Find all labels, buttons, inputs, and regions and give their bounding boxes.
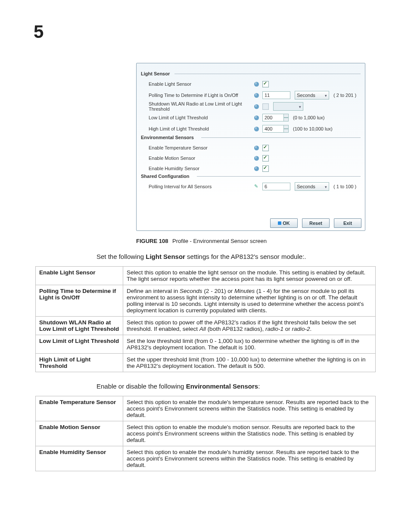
label-enable-motion: Enable Motion Sensor (149, 156, 254, 161)
checkbox-enable-motion[interactable] (262, 155, 269, 162)
env-sensor-table: Enable Temperature SensorSelect this opt… (35, 396, 376, 471)
range-polling-all: ( 1 to 100 ) (333, 184, 356, 189)
desc-cell: Select this option to enable the module'… (123, 446, 376, 471)
info-icon[interactable] (254, 93, 259, 98)
info-icon[interactable] (254, 166, 259, 171)
input-polling-all[interactable]: 6 (262, 183, 290, 190)
figure-text: Profile - Environmental Sensor screen (172, 238, 267, 244)
term-cell: Enable Humidity Sensor (36, 446, 123, 471)
info-icon[interactable] (254, 82, 259, 87)
range-high: (100 to 10,000 lux) (293, 126, 333, 131)
desc-cell: Select this option to enable the light s… (123, 267, 376, 285)
info-icon[interactable] (254, 115, 259, 120)
checkbox-enable-light[interactable] (262, 81, 269, 87)
spinner-high[interactable] (283, 125, 289, 133)
dropdown-unit-light[interactable]: Seconds (295, 91, 329, 100)
section-divider (174, 74, 361, 74)
light-sensor-table: Enable Light SensorSelect this option to… (35, 266, 376, 372)
dropdown-shutdown-radio (273, 102, 303, 111)
label-enable-temp: Enable Temperature Sensor (149, 145, 254, 150)
checkbox-enable-temp[interactable] (262, 145, 269, 151)
pencil-icon[interactable] (254, 184, 259, 189)
label-high-limit: High Limit of Light Threshold (149, 126, 254, 131)
chapter-number: 5 (34, 22, 43, 42)
term-cell: Polling Time to Determine if Light is On… (36, 285, 123, 317)
label-enable-light: Enable Light Sensor (149, 81, 254, 87)
section-title-light: Light Sensor (141, 71, 170, 76)
info-icon[interactable] (254, 127, 259, 131)
table-row: Low Limit of Light ThresholdSet the low … (36, 335, 376, 354)
section-divider (197, 176, 361, 177)
exit-button[interactable]: Exit (334, 218, 361, 228)
intro-text-2: Enable or disable the following Environm… (97, 383, 376, 390)
range-polling-light: ( 2 to 201 ) (333, 93, 356, 98)
section-title-env: Environmental Sensors (141, 135, 194, 140)
term-cell: High Limit of Light Threshold (36, 354, 123, 372)
checkbox-shutdown[interactable] (262, 103, 269, 110)
section-title-shared: Shared Configuration (141, 174, 189, 179)
input-high-limit[interactable]: 400 (262, 125, 284, 133)
table-row: Enable Temperature SensorSelect this opt… (36, 396, 376, 421)
desc-cell: Select this option to enable the module'… (123, 396, 376, 421)
table-row: Enable Motion SensorSelect this option t… (36, 421, 376, 446)
table-row: Shutdown WLAN Radio at Low Limit of Ligh… (36, 317, 376, 335)
label-polling-light: Polling Time to Determine if Light is On… (149, 93, 254, 98)
spinner-low[interactable] (283, 114, 289, 121)
desc-cell: Define an interval in Seconds (2 - 201) … (123, 285, 376, 317)
info-icon[interactable] (254, 146, 259, 150)
desc-cell: Select this option to power off the AP81… (123, 317, 376, 335)
dropdown-unit-shared[interactable]: Seconds (295, 182, 329, 191)
table-row: Polling Time to Determine if Light is On… (36, 285, 376, 317)
figure-caption: FIGURE 108 Profile - Environmental Senso… (136, 238, 376, 244)
term-cell: Enable Motion Sensor (36, 421, 123, 446)
range-low: (0 to 1,000 lux) (293, 115, 324, 120)
label-shutdown: Shutdown WLAN Radio at Low Limit of Ligh… (149, 101, 254, 112)
term-cell: Shutdown WLAN Radio at Low Limit of Ligh… (36, 317, 123, 335)
info-icon[interactable] (254, 104, 259, 109)
desc-cell: Select this option to enable the module'… (123, 421, 376, 446)
label-polling-all: Polling Interval for All Sensors (149, 184, 254, 189)
input-polling-light[interactable]: 11 (262, 91, 290, 99)
desc-cell: Set the low threshold limit (from 0 - 1,… (123, 335, 376, 354)
term-cell: Low Limit of Light Threshold (36, 335, 123, 354)
figure-label: FIGURE 108 (136, 238, 168, 244)
screenshot-panel: Light Sensor Enable Light Sensor Polling… (136, 63, 365, 231)
table-row: Enable Light SensorSelect this option to… (36, 267, 376, 285)
reset-button[interactable]: Reset (302, 218, 330, 228)
desc-cell: Set the upper threshold limit (from 100 … (123, 354, 376, 372)
label-low-limit: Low Limit of Light Threshold (149, 115, 254, 120)
label-enable-humidity: Enable Humidity Sensor (149, 166, 254, 171)
table-row: Enable Humidity SensorSelect this option… (36, 446, 376, 471)
ok-button[interactable]: OK (270, 218, 298, 228)
table-row: High Limit of Light ThresholdSet the upp… (36, 354, 376, 372)
ok-icon (278, 221, 281, 225)
intro-text-1: Set the following Light Sensor settings … (97, 253, 376, 260)
info-icon[interactable] (254, 156, 259, 161)
section-divider (201, 137, 361, 138)
input-low-limit[interactable]: 200 (262, 114, 284, 121)
ok-label: OK (283, 219, 290, 227)
term-cell: Enable Temperature Sensor (36, 396, 123, 421)
checkbox-enable-humidity[interactable] (262, 165, 269, 172)
term-cell: Enable Light Sensor (36, 267, 123, 285)
